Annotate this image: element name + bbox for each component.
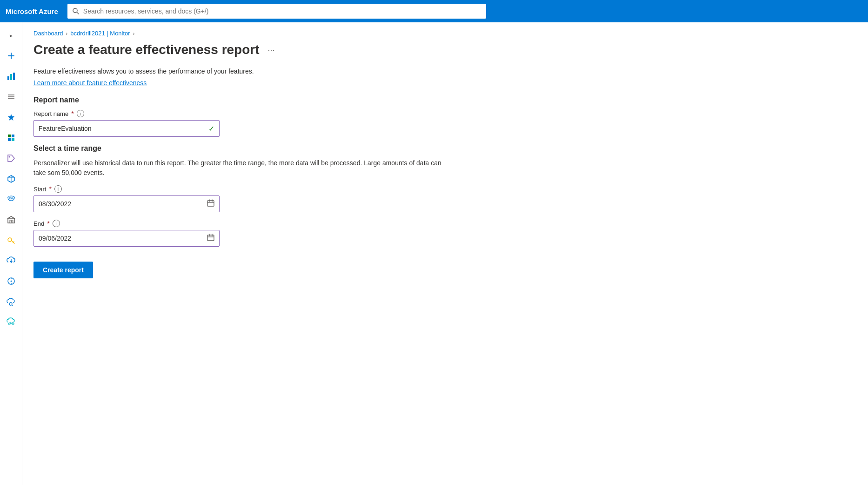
sidebar-item-dashboard[interactable] <box>2 128 20 147</box>
svg-rect-5 <box>10 74 12 80</box>
start-calendar-icon[interactable] <box>207 199 214 209</box>
report-name-field: Report name * i ✓ <box>33 110 857 137</box>
page-title-row: Create a feature effectiveness report ··… <box>33 42 857 57</box>
brand-label: Microsoft Azure <box>6 7 58 15</box>
start-label: Start <box>33 186 46 193</box>
list-icon <box>7 93 15 101</box>
sidebar-item-favorites[interactable] <box>2 108 20 127</box>
report-name-input[interactable] <box>39 125 208 132</box>
svg-rect-39 <box>207 201 214 206</box>
report-name-label-row: Report name * i <box>33 110 857 117</box>
cube-icon <box>7 175 15 183</box>
more-options-button[interactable]: ··· <box>265 43 278 57</box>
sidebar: » <box>0 22 22 485</box>
svg-line-26 <box>13 242 14 242</box>
end-date-input-wrapper[interactable] <box>33 230 220 247</box>
compass-icon <box>7 277 15 285</box>
expand-icon: » <box>9 32 13 39</box>
svg-rect-6 <box>13 73 15 80</box>
sidebar-item-cloud-network[interactable] <box>2 313 20 331</box>
sidebar-item-resource-groups[interactable] <box>2 169 20 188</box>
report-name-check-icon: ✓ <box>208 124 214 133</box>
sql-icon: SQL <box>6 194 16 204</box>
end-calendar-icon[interactable] <box>207 234 214 243</box>
svg-point-24 <box>8 238 12 242</box>
content-area: Dashboard › bcdrdrill2021 | Monitor › Cr… <box>22 22 868 485</box>
plus-icon <box>7 52 15 60</box>
svg-rect-23 <box>12 220 13 222</box>
time-range-section: Select a time range Personalizer will us… <box>33 144 857 247</box>
end-label: End <box>33 220 44 227</box>
svg-line-33 <box>12 305 13 306</box>
breadcrumb: Dashboard › bcdrdrill2021 | Monitor › <box>33 30 857 37</box>
feature-description: Feature effectiveness alows you to asses… <box>33 67 857 76</box>
time-range-description: Personalizer will use historical data to… <box>33 158 452 178</box>
report-name-info-icon[interactable]: i <box>77 110 84 117</box>
breadcrumb-sep-2: › <box>133 31 135 36</box>
report-name-section-title: Report name <box>33 96 857 104</box>
svg-text:SQL: SQL <box>9 196 13 199</box>
search-box[interactable] <box>67 4 486 19</box>
sidebar-item-marketplace[interactable] <box>2 210 20 229</box>
end-info-icon[interactable]: i <box>53 220 60 227</box>
start-date-input-wrapper[interactable] <box>33 195 220 212</box>
svg-line-1 <box>77 12 79 14</box>
sidebar-item-sql[interactable]: SQL <box>2 190 20 209</box>
svg-line-37 <box>12 322 13 323</box>
tag-icon <box>7 154 15 162</box>
sidebar-item-keys[interactable] <box>2 231 20 249</box>
start-label-row: Start * i <box>33 185 857 193</box>
start-date-input[interactable] <box>39 200 207 208</box>
svg-rect-12 <box>12 135 14 137</box>
search-cloud-icon <box>7 297 16 306</box>
sidebar-item-analytics[interactable] <box>2 67 20 86</box>
key-icon <box>7 236 15 244</box>
end-label-row: End * i <box>33 220 857 227</box>
time-range-section-title: Select a time range <box>33 144 857 153</box>
svg-rect-4 <box>7 76 9 80</box>
top-bar: Microsoft Azure <box>0 0 868 22</box>
star-icon <box>7 113 15 121</box>
start-info-icon[interactable]: i <box>54 185 62 193</box>
svg-point-29 <box>10 281 12 282</box>
search-input[interactable] <box>83 7 481 15</box>
svg-point-15 <box>8 156 10 158</box>
svg-marker-10 <box>8 114 14 121</box>
end-required: * <box>47 220 49 227</box>
sidebar-item-cloud-sync[interactable] <box>2 251 20 270</box>
start-date-field: Start * i <box>33 185 857 212</box>
report-name-label: Report name <box>33 110 68 117</box>
svg-rect-14 <box>12 138 14 141</box>
end-date-input[interactable] <box>39 235 207 242</box>
create-report-button[interactable]: Create report <box>33 262 93 278</box>
cloud-network-icon <box>7 317 16 327</box>
svg-rect-11 <box>8 135 11 137</box>
grid-icon <box>7 134 15 142</box>
start-required: * <box>49 185 51 193</box>
report-name-input-wrapper[interactable]: ✓ <box>33 120 220 137</box>
report-name-section: Report name Report name * i ✓ <box>33 96 857 137</box>
building-icon <box>7 216 15 224</box>
svg-rect-13 <box>8 138 11 141</box>
sidebar-item-all-resources[interactable] <box>2 88 20 106</box>
breadcrumb-sep-1: › <box>66 31 68 36</box>
sidebar-item-new[interactable] <box>2 47 20 65</box>
search-icon <box>72 7 80 15</box>
chart-icon <box>7 72 16 81</box>
page-title: Create a feature effectiveness report <box>33 42 260 57</box>
sidebar-expand[interactable]: » <box>2 26 20 45</box>
breadcrumb-monitor[interactable]: bcdrdrill2021 | Monitor <box>70 30 130 37</box>
sidebar-item-search-cloud[interactable] <box>2 292 20 311</box>
svg-line-36 <box>9 322 11 323</box>
learn-more-link[interactable]: Learn more about feature effectiveness <box>33 79 147 87</box>
svg-rect-22 <box>10 220 11 223</box>
sidebar-item-tags[interactable] <box>2 149 20 168</box>
end-date-field: End * i <box>33 220 857 247</box>
breadcrumb-dashboard[interactable]: Dashboard <box>33 30 63 37</box>
svg-rect-35 <box>12 323 14 324</box>
svg-rect-43 <box>207 235 214 241</box>
report-name-required: * <box>71 110 73 117</box>
sidebar-item-compass[interactable] <box>2 272 20 290</box>
svg-rect-34 <box>8 323 10 324</box>
cloud-sync-icon <box>7 256 16 265</box>
